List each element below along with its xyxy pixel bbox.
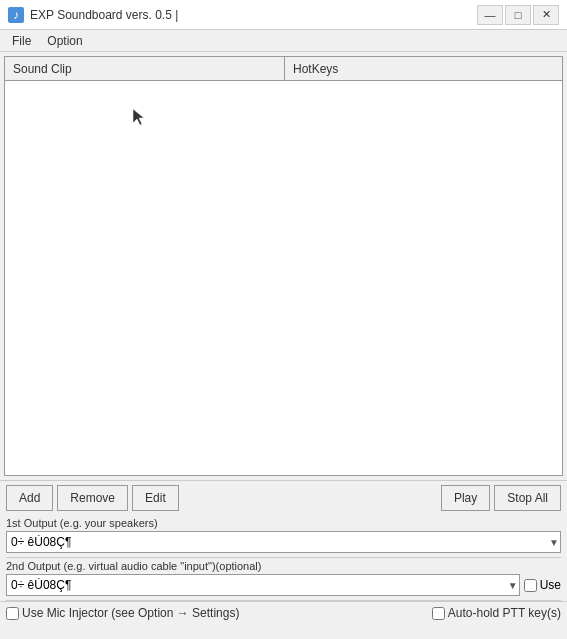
mic-injector-label[interactable]: Use Mic Injector (see Option → Settings) [6, 606, 239, 620]
use-checkbox-row: Use [524, 578, 561, 592]
play-button[interactable]: Play [441, 485, 490, 511]
cursor-icon [131, 107, 147, 127]
use-output2-label: Use [540, 578, 561, 592]
table-header: Sound Clip HotKeys [5, 57, 562, 81]
sound-clip-table: Sound Clip HotKeys [4, 56, 563, 476]
auto-ptt-label[interactable]: Auto-hold PTT key(s) [432, 606, 561, 620]
edit-button[interactable]: Edit [132, 485, 179, 511]
bottom-options: Use Mic Injector (see Option → Settings)… [0, 601, 567, 624]
use-output2-checkbox[interactable] [524, 579, 537, 592]
menu-file[interactable]: File [4, 32, 39, 50]
column-header-sound-clip: Sound Clip [5, 57, 285, 80]
window-controls: — □ ✕ [477, 5, 559, 25]
menu-bar: File Option [0, 30, 567, 52]
minimize-button[interactable]: — [477, 5, 503, 25]
maximize-button[interactable]: □ [505, 5, 531, 25]
title-bar: ♪ EXP Soundboard vers. 0.5 | — □ ✕ [0, 0, 567, 30]
output2-label: 2nd Output (e.g. virtual audio cable "in… [6, 560, 561, 572]
mic-injector-option: Use Mic Injector (see Option → Settings) [6, 606, 239, 620]
column-header-hotkeys: HotKeys [285, 57, 562, 80]
output1-label: 1st Output (e.g. your speakers) [6, 517, 561, 529]
menu-option[interactable]: Option [39, 32, 90, 50]
output1-dropdown-wrapper[interactable]: 0÷ êÙ08Ç¶ ▼ [6, 531, 561, 553]
mic-injector-checkbox[interactable] [6, 607, 19, 620]
output2-dropdown-wrapper[interactable]: 0÷ êÙ08Ç¶ ▼ [6, 574, 520, 596]
output2-section: 2nd Output (e.g. virtual audio cable "in… [0, 558, 567, 600]
close-button[interactable]: ✕ [533, 5, 559, 25]
auto-ptt-checkbox[interactable] [432, 607, 445, 620]
output1-section: 1st Output (e.g. your speakers) 0÷ êÙ08Ç… [0, 515, 567, 557]
stop-all-button[interactable]: Stop All [494, 485, 561, 511]
app-icon: ♪ [8, 7, 24, 23]
mic-injector-text: Use Mic Injector (see Option → Settings) [22, 606, 239, 620]
auto-ptt-text: Auto-hold PTT key(s) [448, 606, 561, 620]
output1-dropdown[interactable]: 0÷ êÙ08Ç¶ [6, 531, 561, 553]
app-title: EXP Soundboard vers. 0.5 | [30, 8, 178, 22]
auto-ptt-option: Auto-hold PTT key(s) [432, 606, 561, 620]
bottom-controls: Add Remove Edit Play Stop All [0, 480, 567, 515]
table-body[interactable] [5, 81, 562, 474]
add-button[interactable]: Add [6, 485, 53, 511]
remove-button[interactable]: Remove [57, 485, 128, 511]
output2-dropdown[interactable]: 0÷ êÙ08Ç¶ [6, 574, 520, 596]
